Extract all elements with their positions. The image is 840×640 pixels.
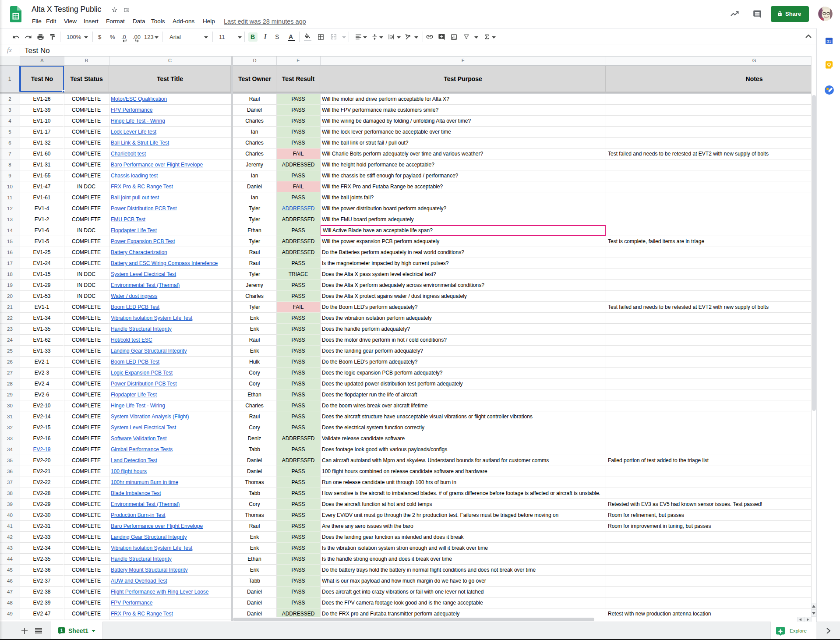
svg-text:1: 1 (60, 628, 63, 633)
svg-text:31: 31 (827, 39, 831, 44)
